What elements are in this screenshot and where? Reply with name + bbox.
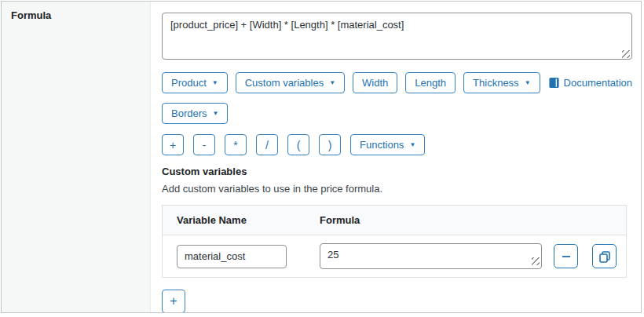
formula-settings-panel: Formula [product_price] + [Width] * [Len… bbox=[1, 1, 642, 313]
chevron-down-icon: ▼ bbox=[212, 80, 218, 86]
custom-variables-description: Add custom variables to use in the price… bbox=[162, 183, 632, 195]
book-icon bbox=[548, 77, 560, 89]
table-header-row: Variable Name Formula bbox=[163, 206, 626, 235]
variable-formula-textarea[interactable]: 25 bbox=[320, 243, 542, 269]
token-buttons-row-2: Borders ▼ bbox=[162, 103, 632, 124]
formula-textarea[interactable]: [product_price] + [Width] * [Length] * [… bbox=[162, 13, 632, 60]
duplicate-variable-button[interactable] bbox=[592, 244, 617, 268]
width-token-button[interactable]: Width bbox=[353, 72, 397, 93]
variable-name-column-header: Variable Name bbox=[177, 214, 320, 226]
remove-variable-button[interactable] bbox=[554, 244, 578, 268]
thickness-dropdown-button[interactable]: Thickness ▼ bbox=[463, 72, 540, 93]
copy-icon bbox=[598, 250, 612, 264]
plus-operator-button[interactable]: + bbox=[162, 134, 184, 155]
table-row: 25 bbox=[163, 235, 626, 277]
add-variable-button[interactable]: + bbox=[162, 290, 185, 313]
functions-dropdown-button[interactable]: Functions ▼ bbox=[350, 134, 425, 155]
minus-icon bbox=[560, 250, 573, 263]
multiply-operator-button[interactable]: * bbox=[225, 134, 247, 155]
minus-operator-button[interactable]: - bbox=[193, 134, 215, 155]
custom-variables-heading: Custom variables bbox=[162, 166, 632, 177]
documentation-link[interactable]: Documentation bbox=[548, 77, 632, 89]
formula-field-label: Formula bbox=[11, 9, 141, 21]
resize-handle-icon[interactable] bbox=[532, 257, 540, 265]
resize-handle-icon[interactable] bbox=[622, 50, 630, 58]
token-buttons-row-1: Product ▼ Custom variables ▼ Width Lengt… bbox=[162, 72, 632, 93]
product-dropdown-button[interactable]: Product ▼ bbox=[162, 72, 228, 93]
operator-buttons-row: + - * / ( ) Functions ▼ bbox=[162, 134, 632, 155]
close-paren-button[interactable]: ) bbox=[319, 134, 341, 155]
borders-dropdown-button[interactable]: Borders ▼ bbox=[162, 103, 228, 124]
chevron-down-icon: ▼ bbox=[525, 80, 531, 86]
divide-operator-button[interactable]: / bbox=[256, 134, 278, 155]
open-paren-button[interactable]: ( bbox=[287, 134, 309, 155]
formula-field-content: [product_price] + [Width] * [Length] * [… bbox=[151, 2, 642, 312]
chevron-down-icon: ▼ bbox=[409, 142, 415, 148]
custom-variables-dropdown-button[interactable]: Custom variables ▼ bbox=[236, 72, 345, 93]
formula-textarea-wrap: [product_price] + [Width] * [Length] * [… bbox=[162, 13, 632, 62]
custom-variables-table: Variable Name Formula 25 bbox=[162, 205, 627, 278]
chevron-down-icon: ▼ bbox=[329, 80, 335, 86]
formula-column-header: Formula bbox=[320, 214, 360, 226]
field-label-column: Formula bbox=[2, 2, 151, 312]
variable-name-input[interactable] bbox=[177, 245, 287, 268]
chevron-down-icon: ▼ bbox=[213, 111, 219, 117]
length-token-button[interactable]: Length bbox=[405, 72, 456, 93]
